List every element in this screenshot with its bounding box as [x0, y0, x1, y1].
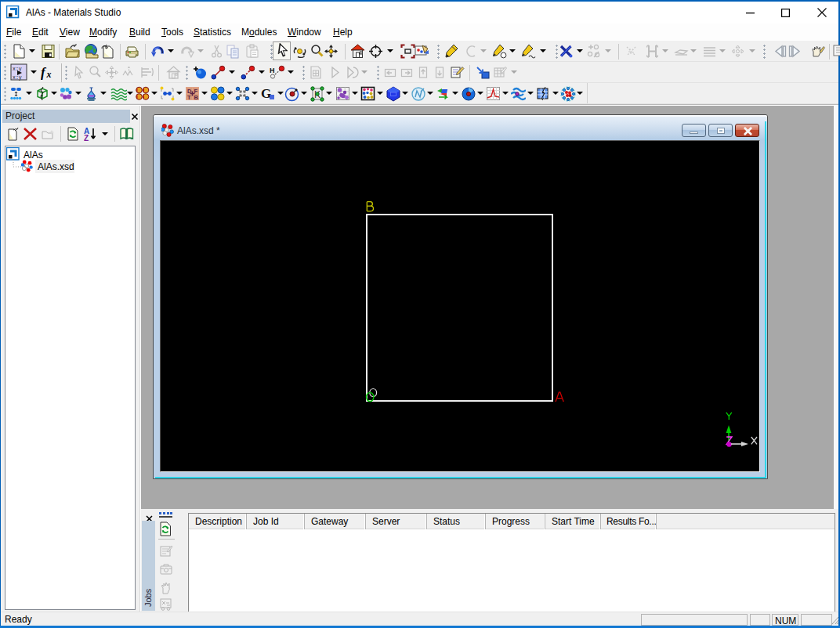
svg-text:Z: Z — [84, 134, 89, 142]
svg-text:H: H — [270, 67, 275, 74]
svg-text:x:y: x:y — [13, 75, 22, 81]
svg-text:T: T — [187, 94, 191, 101]
svg-text:B: B — [194, 94, 199, 101]
svg-text:x: x — [46, 69, 52, 80]
svg-text:x:y: x:y — [13, 67, 22, 72]
